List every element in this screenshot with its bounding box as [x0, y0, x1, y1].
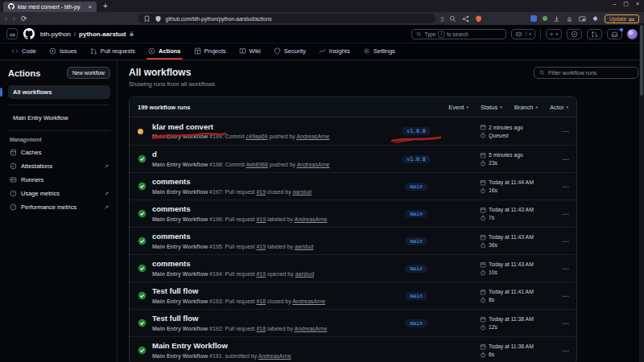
- create-new-button[interactable]: + ▾: [546, 29, 562, 39]
- tab-issues[interactable]: Issues: [43, 47, 84, 60]
- kebab-menu-icon[interactable]: ⋯: [555, 183, 570, 191]
- url-bar[interactable]: github.com/bth-python/python-aarstud/act…: [138, 14, 436, 23]
- breadcrumb-org[interactable]: bth-python: [40, 31, 71, 38]
- extensions-puzzle-icon[interactable]: [592, 15, 599, 23]
- branch-badge[interactable]: main: [405, 237, 427, 245]
- run-actor-link[interactable]: aarstud: [295, 271, 314, 277]
- event-filter-button[interactable]: Event▾: [448, 104, 469, 111]
- branch-filter-button[interactable]: Branch▾: [514, 104, 538, 111]
- kebab-menu-icon[interactable]: ⋯: [555, 210, 570, 218]
- close-icon[interactable]: ×: [636, 1, 639, 7]
- tab-insights[interactable]: Insights: [312, 47, 357, 60]
- run-actor-link[interactable]: AndreasArne: [295, 326, 328, 331]
- run-title[interactable]: comments: [152, 232, 353, 241]
- back-icon[interactable]: ‹: [5, 15, 7, 23]
- sidebar-item-all-workflows[interactable]: All workflows: [8, 85, 110, 99]
- browser-tab[interactable]: klar med convert - bth-py ×: [3, 2, 97, 12]
- workflow-run-row[interactable]: comments Main Entry Workflow #195: Pull …: [130, 227, 576, 254]
- search-input[interactable]: Type / to search: [411, 29, 506, 39]
- tab-close-icon[interactable]: ×: [88, 3, 92, 10]
- kebab-menu-icon[interactable]: ⋯: [555, 127, 570, 135]
- global-nav-menu-button[interactable]: [6, 28, 18, 39]
- downloads-icon[interactable]: [553, 15, 560, 23]
- status-filter-button[interactable]: Status▾: [481, 104, 502, 111]
- tab-actions[interactable]: Actions: [142, 47, 188, 60]
- branch-badge[interactable]: main: [405, 265, 427, 273]
- run-actor-link[interactable]: AndreasArne: [292, 298, 325, 304]
- run-ref-link[interactable]: #19: [256, 216, 266, 222]
- workflow-run-row[interactable]: Test full flow Main Entry Workflow #192:…: [130, 309, 576, 336]
- page-scrollbar[interactable]: [639, 23, 644, 362]
- run-ref-link[interactable]: #18: [256, 326, 266, 331]
- branch-badge[interactable]: main: [405, 183, 427, 191]
- workflow-run-row[interactable]: d Main Entry Workflow #198: Commit 4eb89…: [130, 145, 576, 172]
- sidebar-toggle-icon[interactable]: ▯: [441, 16, 444, 22]
- extension-icon[interactable]: [530, 15, 537, 22]
- workflow-run-row[interactable]: comments Main Entry Workflow #196: Pull …: [130, 200, 576, 227]
- extension-icon[interactable]: [543, 16, 547, 21]
- run-title[interactable]: comments: [152, 205, 353, 213]
- workflow-run-row[interactable]: comments Main Entry Workflow #194: Pull …: [130, 254, 576, 282]
- run-ref-link[interactable]: 4eb8968: [246, 162, 268, 167]
- run-actor-link[interactable]: aarstud: [295, 244, 313, 249]
- branch-badge[interactable]: main: [405, 319, 427, 327]
- github-logo-icon[interactable]: [23, 28, 35, 39]
- sidebar-item-runners[interactable]: Runners: [8, 173, 110, 187]
- tab-code[interactable]: Code: [5, 47, 43, 60]
- issues-button[interactable]: [567, 29, 582, 39]
- share-icon[interactable]: [462, 15, 469, 23]
- new-tab-button[interactable]: +: [103, 2, 108, 10]
- sidebar-item-usage-metrics[interactable]: Usage metrics ↗: [8, 187, 110, 200]
- run-title[interactable]: comments: [152, 260, 353, 268]
- run-title[interactable]: Main Entry Workflow: [152, 342, 353, 350]
- sidebar-item-workflow[interactable]: Main Entry Workflow: [8, 111, 110, 125]
- kebab-menu-icon[interactable]: ⋯: [555, 319, 570, 327]
- notifications-icon[interactable]: [566, 15, 573, 23]
- run-title[interactable]: comments: [152, 178, 353, 186]
- workflow-run-row[interactable]: klar med convert Main Entry Workflow #19…: [130, 117, 576, 145]
- zoom-icon[interactable]: [449, 15, 456, 23]
- copilot-button[interactable]: ▾: [511, 29, 535, 39]
- chevron-down-icon[interactable]: ▾: [526, 31, 531, 36]
- kebab-menu-icon[interactable]: ⋯: [555, 155, 570, 163]
- adblock-shield-icon[interactable]: [475, 15, 482, 23]
- workflow-run-row[interactable]: Main Entry Workflow Main Entry Workflow …: [130, 336, 576, 362]
- sidebar-item-performance-metrics[interactable]: Performance metrics ↗: [8, 200, 110, 214]
- kebab-menu-icon[interactable]: ⋯: [555, 265, 570, 273]
- tab-security[interactable]: Security: [267, 47, 312, 60]
- run-ref-link[interactable]: #19: [256, 189, 266, 195]
- new-workflow-button[interactable]: New workflow: [67, 67, 110, 79]
- run-actor-link[interactable]: AndreasArne: [258, 353, 291, 359]
- bookmark-icon[interactable]: [143, 15, 151, 23]
- forward-icon[interactable]: ›: [13, 15, 15, 23]
- avatar[interactable]: [627, 29, 638, 39]
- tab-projects[interactable]: Projects: [188, 47, 233, 60]
- kebab-menu-icon[interactable]: ⋯: [555, 237, 570, 245]
- run-actor-link[interactable]: AndreasArne: [297, 162, 330, 167]
- workflow-run-row[interactable]: Test full flow Main Entry Workflow #193:…: [130, 282, 576, 309]
- run-actor-link[interactable]: aarstud: [293, 189, 312, 195]
- reload-icon[interactable]: ⟳: [21, 15, 27, 23]
- sidebar-item-caches[interactable]: Caches: [8, 146, 110, 159]
- run-ref-link[interactable]: #19: [256, 271, 266, 277]
- update-button[interactable]: Update: [605, 14, 639, 23]
- tab-wiki[interactable]: Wiki: [233, 47, 267, 60]
- branch-badge[interactable]: main: [405, 292, 427, 300]
- maximize-icon[interactable]: ▢: [623, 1, 629, 7]
- minimize-icon[interactable]: –: [613, 1, 616, 7]
- branch-badge[interactable]: main: [405, 210, 427, 218]
- run-title[interactable]: klar med convert: [152, 123, 353, 131]
- run-ref-link[interactable]: #18: [256, 298, 266, 304]
- run-title[interactable]: Test full flow: [152, 315, 353, 323]
- run-title[interactable]: Test full flow: [152, 287, 353, 295]
- sidebar-item-attestations[interactable]: Attestations ↗: [8, 159, 110, 173]
- pull-requests-button[interactable]: [587, 29, 602, 39]
- kebab-menu-icon[interactable]: ⋯: [555, 347, 570, 355]
- run-title[interactable]: d: [152, 150, 353, 158]
- picture-in-picture-icon[interactable]: [579, 15, 586, 23]
- branch-badge[interactable]: v1.0.0: [402, 127, 430, 135]
- scrollbar-thumb[interactable]: [640, 25, 643, 96]
- breadcrumb-repo[interactable]: python-aarstud: [79, 31, 126, 38]
- actor-filter-button[interactable]: Actor▾: [550, 104, 568, 111]
- filter-workflow-runs-input[interactable]: Filter workflow runs: [534, 67, 638, 79]
